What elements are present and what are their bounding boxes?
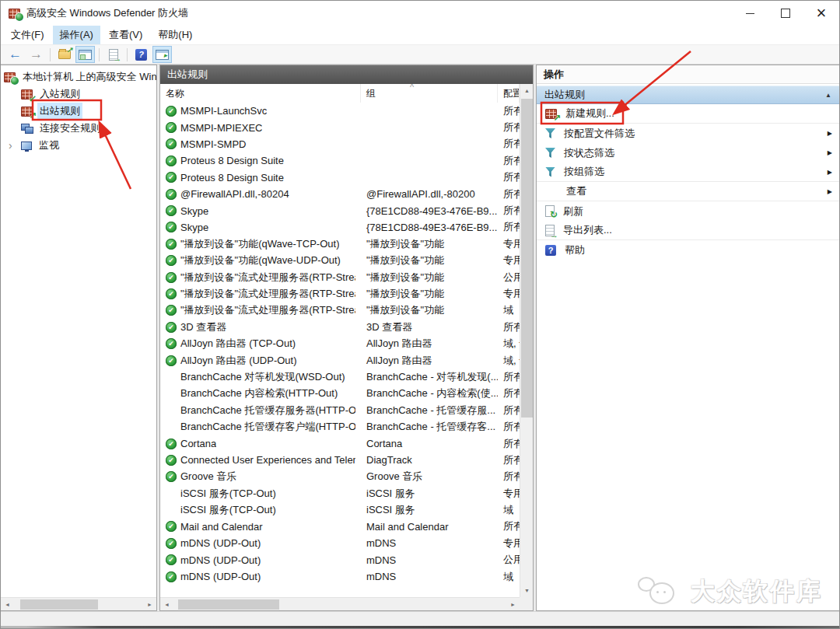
scroll-left-icon[interactable]: ◄ bbox=[160, 598, 173, 611]
table-row[interactable]: mDNS (UDP-Out) mDNS 公用 bbox=[160, 552, 520, 568]
table-row[interactable]: @FirewallAPI.dll,-80204 @FirewallAPI.dll… bbox=[160, 186, 520, 202]
tree-item[interactable]: 入站规则 bbox=[1, 86, 156, 103]
menu-item[interactable]: 操作(A) bbox=[53, 26, 100, 44]
actions-list: 新建规则... 按配置文件筛选 按状态筛选 按组筛选 bbox=[537, 104, 839, 260]
scroll-right-icon[interactable]: ► bbox=[143, 598, 156, 611]
rule-enabled-check-icon bbox=[166, 138, 177, 149]
table-row[interactable]: iSCSI 服务(TCP-Out) iSCSI 服务 专用 bbox=[160, 485, 520, 501]
table-row[interactable]: MSMPI-SMPD 所有 bbox=[160, 136, 520, 152]
table-row[interactable]: BranchCache 托管缓存客户端(HTTP-Out) BranchCach… bbox=[160, 418, 520, 435]
toolbar-button[interactable] bbox=[54, 46, 74, 63]
rule-profile: 所有 bbox=[498, 170, 520, 184]
scrollbar-corner bbox=[520, 597, 533, 610]
actions-section-label: 出站规则 bbox=[544, 88, 585, 102]
tree-item[interactable]: 出站规则 bbox=[1, 103, 156, 120]
table-row[interactable]: Connected User Experiences and Telem... … bbox=[160, 452, 520, 468]
menu-item[interactable]: 帮助(H) bbox=[151, 26, 199, 44]
rules-pane-title: 出站规则 bbox=[160, 65, 533, 84]
table-row[interactable]: BranchCache 托管缓存服务器(HTTP-Out) BranchCach… bbox=[160, 402, 520, 418]
table-row[interactable]: BranchCache 对等机发现(WSD-Out) BranchCache -… bbox=[160, 369, 520, 385]
tree-horizontal-scrollbar[interactable]: ◄ ► bbox=[1, 597, 156, 610]
maximize-button[interactable] bbox=[768, 1, 803, 26]
table-row[interactable]: 3D 查看器 3D 查看器 所有 bbox=[160, 319, 520, 335]
action-item[interactable]: 按配置文件筛选 bbox=[537, 124, 839, 143]
scroll-right-icon[interactable]: ► bbox=[506, 598, 520, 611]
rule-profile: 所有 bbox=[498, 370, 520, 384]
column-header-name[interactable]: 名称 bbox=[160, 84, 361, 103]
table-row[interactable]: "播放到设备"流式处理服务器(RTP-Strea... "播放到设备"功能 公用 bbox=[160, 269, 520, 285]
tree-root-label: 本地计算机 上的高级安全 Wind bbox=[20, 68, 157, 86]
column-header-group[interactable]: 组 bbox=[361, 84, 498, 103]
action-item[interactable]: 帮助 bbox=[537, 240, 839, 260]
rule-profile: 域 bbox=[498, 303, 520, 317]
rule-name: "播放到设备"功能(qWave-UDP-Out) bbox=[180, 253, 341, 267]
tree-item[interactable]: 监视 bbox=[1, 137, 156, 154]
toolbar-button[interactable] bbox=[26, 46, 46, 63]
menu-item[interactable]: 查看(V) bbox=[102, 26, 149, 44]
toolbar-button[interactable] bbox=[99, 48, 100, 61]
table-row[interactable]: MSMPI-LaunchSvc 所有 bbox=[160, 103, 520, 119]
tree-root-local-computer[interactable]: 本地计算机 上的高级安全 Wind bbox=[1, 68, 156, 86]
rules-vertical-scrollbar[interactable]: ▲ ▼ bbox=[520, 84, 533, 597]
action-item[interactable]: 新建规则... bbox=[537, 104, 839, 124]
toolbar-button[interactable] bbox=[152, 46, 172, 63]
menu-item[interactable]: 文件(F) bbox=[4, 26, 51, 44]
close-button[interactable] bbox=[803, 1, 839, 26]
table-row[interactable]: "播放到设备"功能(qWave-UDP-Out) "播放到设备"功能 专用 bbox=[160, 253, 520, 269]
toolbar-button[interactable] bbox=[50, 48, 51, 61]
table-row[interactable]: Groove 音乐 Groove 音乐 所有 bbox=[160, 469, 520, 485]
action-item-icon bbox=[545, 225, 555, 236]
table-row[interactable]: Skype {78E1CD88-49E3-476E-B9... 所有 bbox=[160, 202, 520, 218]
rule-name: AllJoyn 路由器 (UDP-Out) bbox=[180, 354, 297, 368]
table-row[interactable]: mDNS (UDP-Out) mDNS 专用 bbox=[160, 535, 520, 551]
actions-section-header[interactable]: 出站规则 bbox=[537, 86, 839, 104]
action-item[interactable]: 导出列表... bbox=[537, 221, 839, 240]
rule-group: mDNS bbox=[361, 537, 498, 549]
toolbar-button[interactable] bbox=[75, 46, 95, 63]
scroll-down-icon[interactable]: ▼ bbox=[520, 584, 534, 597]
toolbar-button[interactable] bbox=[103, 46, 123, 63]
table-row[interactable]: Cortana Cortana 所有 bbox=[160, 435, 520, 452]
table-row[interactable]: BranchCache 内容检索(HTTP-Out) BranchCache -… bbox=[160, 386, 520, 402]
toolbar-icon bbox=[9, 47, 22, 62]
action-item-icon bbox=[545, 245, 556, 256]
rule-group: iSCSI 服务 bbox=[361, 487, 498, 501]
action-item[interactable]: 查看 bbox=[537, 182, 839, 201]
scroll-up-icon[interactable]: ▲ bbox=[520, 84, 534, 97]
rule-profile: 所有 bbox=[498, 437, 520, 451]
table-row[interactable]: "播放到设备"流式处理服务器(RTP-Strea... "播放到设备"功能 域 bbox=[160, 302, 520, 319]
table-row[interactable]: iSCSI 服务(TCP-Out) iSCSI 服务 域 bbox=[160, 501, 520, 518]
table-row[interactable]: mDNS (UDP-Out) mDNS 域 bbox=[160, 568, 520, 585]
table-row[interactable]: MSMPI-MPIEXEC 所有 bbox=[160, 119, 520, 135]
rule-name: BranchCache 托管缓存客户端(HTTP-Out) bbox=[180, 420, 355, 434]
rule-name: iSCSI 服务(TCP-Out) bbox=[180, 503, 276, 517]
toolbar-button[interactable] bbox=[5, 46, 25, 63]
rule-profile: 公用 bbox=[498, 553, 520, 567]
toolbar-button[interactable] bbox=[131, 46, 151, 63]
table-row[interactable]: Mail and Calendar Mail and Calendar 所有 bbox=[160, 519, 520, 535]
column-header-profile[interactable]: 配置文件 bbox=[498, 84, 520, 103]
table-row[interactable]: AllJoyn 路由器 (TCP-Out) AllJoyn 路由器 域, 专用 bbox=[160, 335, 520, 351]
expand-chevron-icon[interactable] bbox=[7, 140, 21, 151]
table-row[interactable]: Skype {78E1CD88-49E3-476E-B9... 所有 bbox=[160, 219, 520, 236]
action-item[interactable]: 按状态筛选 bbox=[537, 143, 839, 162]
console-tree-pane: 本地计算机 上的高级安全 Wind 入站规则 出 bbox=[1, 65, 157, 611]
rule-profile: 所有 bbox=[498, 220, 520, 234]
scrollbar-thumb[interactable] bbox=[20, 599, 98, 610]
table-row[interactable]: AllJoyn 路由器 (UDP-Out) AllJoyn 路由器 域, 专用 bbox=[160, 352, 520, 369]
scrollbar-thumb[interactable] bbox=[178, 599, 279, 610]
tree-item[interactable]: 连接安全规则 bbox=[1, 120, 156, 137]
table-row[interactable]: "播放到设备"流式处理服务器(RTP-Strea... "播放到设备"功能 专用 bbox=[160, 285, 520, 302]
table-row[interactable]: Proteus 8 Design Suite 所有 bbox=[160, 169, 520, 186]
action-item[interactable]: 按组筛选 bbox=[537, 162, 839, 182]
action-item[interactable]: 刷新 bbox=[537, 201, 839, 221]
rule-group: 3D 查看器 bbox=[361, 320, 498, 334]
minimize-button[interactable] bbox=[732, 1, 768, 26]
scrollbar-thumb[interactable] bbox=[521, 99, 533, 418]
table-row[interactable]: Proteus 8 Design Suite 所有 bbox=[160, 152, 520, 169]
rule-enabled-check-icon bbox=[166, 338, 177, 349]
table-row[interactable]: "播放到设备"功能(qWave-TCP-Out) "播放到设备"功能 专用 bbox=[160, 236, 520, 252]
toolbar-button[interactable] bbox=[127, 48, 128, 61]
scroll-left-icon[interactable]: ◄ bbox=[1, 598, 14, 611]
rules-horizontal-scrollbar[interactable]: ◄ ► bbox=[160, 597, 520, 610]
